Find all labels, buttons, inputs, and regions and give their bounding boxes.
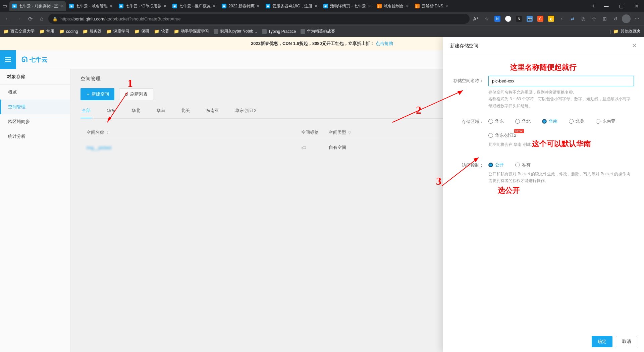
browser-tab[interactable]: ◉云服务器4核8G，注册✕ (263, 1, 320, 11)
other-bookmarks[interactable]: 其他收藏夹 (621, 28, 641, 34)
ext-icon-4[interactable]: 📷 (525, 14, 534, 23)
tab-favicon: ◉ (119, 4, 123, 8)
tab-title: 七牛云 - 订单抵用券 (125, 3, 161, 9)
ext-icon-6[interactable]: ◐ (547, 14, 555, 23)
tab-title: 活动详情页 - 七牛云 (330, 3, 366, 9)
lock-icon: 🔒 (52, 16, 58, 21)
tab-close-icon[interactable]: ✕ (110, 4, 113, 8)
ext-icon-8[interactable]: ◎ (579, 14, 588, 23)
region-radio[interactable]: 北美 (569, 118, 584, 124)
bookmark-item[interactable]: 📁软著 (154, 28, 169, 34)
bookmark-item[interactable]: 📁服务器 (83, 28, 102, 34)
minimize-button[interactable]: — (599, 0, 614, 12)
bookmark-label: 保研 (141, 28, 149, 34)
radio-label: 华北 (522, 118, 531, 124)
new-tab-button[interactable]: + (589, 3, 599, 9)
bookmark-label: coding (66, 29, 78, 34)
home-button[interactable]: ⌂ (37, 14, 46, 23)
tab-close-icon[interactable]: ✕ (213, 4, 216, 8)
browser-tab[interactable]: ◉活动详情页 - 七牛云✕ (321, 1, 374, 11)
bookmark-item[interactable]: 华为精英挑战赛 (301, 28, 335, 34)
confirm-button[interactable]: 确定 (592, 336, 612, 347)
folder-icon: 📁 (613, 29, 619, 34)
favorite-icon[interactable]: ☆ (482, 14, 491, 23)
folder-icon: 📁 (3, 29, 9, 34)
tab-close-icon[interactable]: ✕ (406, 4, 409, 8)
folder-icon: 📁 (134, 29, 140, 34)
tab-overview-icon[interactable]: ▭ (0, 3, 9, 9)
region-radio[interactable]: 华东 (488, 118, 504, 124)
browser-tab[interactable]: ◉七牛云 - 对象存储 - 空✕ (9, 1, 66, 11)
tab-close-icon[interactable]: ✕ (60, 4, 63, 8)
tab-close-icon[interactable]: ✕ (314, 4, 317, 8)
tab-title: 云解析 DNS (422, 3, 443, 9)
tab-favicon: ◉ (172, 4, 177, 8)
close-icon[interactable]: ✕ (632, 42, 637, 49)
bookmark-label: 深度学习 (113, 28, 129, 34)
bookmark-item[interactable]: 📁西安交通大学 (3, 28, 35, 34)
browser-tab[interactable]: ◉七牛云 - 域名管理✕ (66, 1, 115, 11)
bookmark-label: 华为精英挑战赛 (307, 28, 335, 34)
tab-strip: ◉七牛云 - 对象存储 - 空✕◉七牛云 - 域名管理✕◉七牛云 - 订单抵用券… (9, 0, 589, 12)
bookmark-icon (262, 29, 267, 34)
bookmark-item[interactable]: 📁动手学深度学习 (174, 28, 209, 34)
folder-icon: 📁 (39, 29, 45, 34)
collections-icon[interactable]: ⊞ (600, 14, 609, 23)
annotation-text-1: 这里名称随便起就行 (453, 62, 634, 72)
region-radio[interactable]: 东南亚 (596, 118, 615, 124)
profile-avatar[interactable] (622, 14, 631, 23)
browser-toolbar: ← → ⟳ ⌂ 🔒 https://portal.qiniu.com/kodo/… (0, 12, 644, 25)
tab-favicon: ◉ (222, 4, 226, 8)
forward-button[interactable]: → (14, 14, 23, 23)
label-region: 存储区域： (453, 117, 484, 125)
ext-icon-2[interactable] (504, 14, 513, 23)
close-window-button[interactable]: ✕ (629, 0, 644, 12)
bookmark-label: 服务器 (90, 28, 102, 34)
address-bar[interactable]: 🔒 https://portal.qiniu.com/kodo/bucket?s… (48, 14, 470, 24)
browser-tab[interactable]: ◉七牛云 - 推广概览✕ (170, 1, 219, 11)
maximize-button[interactable]: ▢ (614, 0, 629, 12)
bookmark-item[interactable]: 📁常用 (39, 28, 54, 34)
bookmark-item[interactable]: 📁深度学习 (106, 28, 129, 34)
favorites-icon[interactable]: ✩ (590, 14, 598, 23)
read-aloud-icon[interactable]: A⁺ (472, 14, 480, 23)
tab-close-icon[interactable]: ✕ (257, 4, 260, 8)
bookmark-icon (301, 29, 305, 34)
cancel-button[interactable]: 取消 (616, 336, 637, 347)
access-radio[interactable]: 公开 (488, 162, 504, 168)
bookmark-item[interactable]: 📁coding (59, 29, 78, 34)
browser-tab[interactable]: [·]域名控制台✕ (374, 1, 412, 11)
browser-tab[interactable]: [·]云解析 DNS✕ (412, 1, 451, 11)
label-access: 访问控制： (453, 160, 484, 168)
bookmark-item[interactable]: 实用Jupyter Noteb… (214, 28, 257, 34)
region-radio[interactable]: 华北 (515, 118, 531, 124)
ext-overflow-icon[interactable]: › (557, 14, 566, 23)
ext-icon-3[interactable]: N (515, 14, 523, 23)
menu-icon[interactable]: ⋯ (633, 14, 641, 23)
bookmark-label: 常用 (46, 28, 54, 34)
bookmarks-bar: 📁西安交通大学📁常用📁coding📁服务器📁深度学习📁保研📁软著📁动手学深度学习… (0, 25, 644, 37)
browser-tab[interactable]: ◉七牛云 - 订单抵用券✕ (116, 1, 169, 11)
bookmark-item[interactable]: Typing Practice (262, 29, 296, 34)
refresh-button[interactable]: ⟳ (25, 14, 35, 23)
access-radio[interactable]: 私有 (515, 162, 531, 168)
tab-close-icon[interactable]: ✕ (368, 4, 371, 8)
bookmark-item[interactable]: 📁保研 (134, 28, 149, 34)
tab-close-icon[interactable]: ✕ (163, 4, 166, 8)
ext-icon-5[interactable]: C (536, 14, 545, 23)
region-radio[interactable]: 华南 (542, 118, 557, 124)
region-radio[interactable]: 华东-浙江2NEW (488, 132, 517, 138)
banner-link[interactable]: 点击抢购 (376, 41, 393, 47)
bucket-name-input[interactable] (488, 76, 634, 86)
ext-icon-7[interactable]: ⇄ (568, 14, 577, 23)
browser-titlebar: ▭ ◉七牛云 - 对象存储 - 空✕◉七牛云 - 域名管理✕◉七牛云 - 订单抵… (0, 0, 644, 12)
tab-close-icon[interactable]: ✕ (445, 4, 448, 8)
folder-icon: 📁 (174, 29, 179, 34)
folder-icon: 📁 (83, 29, 88, 34)
tab-favicon: ◉ (323, 4, 328, 8)
history-icon[interactable]: ↺ (611, 14, 620, 23)
folder-icon: 📁 (59, 29, 64, 34)
browser-tab[interactable]: ◉2022 新春特惠✕ (219, 1, 262, 11)
back-button[interactable]: ← (3, 14, 12, 23)
ext-icon-1[interactable]: N (493, 14, 502, 23)
